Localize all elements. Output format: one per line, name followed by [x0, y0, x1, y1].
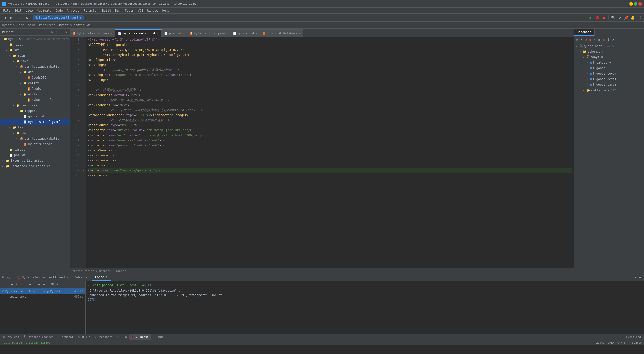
project-tree-item-9[interactable]: CGoods — [0, 86, 70, 92]
refresh-button[interactable]: ↺ — [18, 15, 23, 20]
action-item-terminal[interactable]: > Terminal — [56, 334, 76, 340]
debug-search-icon[interactable]: 🔍 — [51, 282, 55, 286]
project-tree-item-14[interactable]: 📄goods.xml — [0, 114, 70, 119]
test-class-item[interactable]: ✓ MyBatisTestor (com.haoting.Mybati 465m… — [0, 288, 85, 294]
event-log-right[interactable]: Event Log — [624, 334, 643, 340]
tab-database[interactable]: Database — [574, 29, 595, 36]
event-log-item[interactable]: Event Log — [624, 334, 643, 340]
breadcrumb-item-2[interactable]: main — [28, 23, 35, 27]
db-item-7[interactable]: ▾▦t_goods_param — [574, 82, 644, 87]
debug-sort-icon[interactable]: ⇅ — [46, 282, 50, 286]
menu-analyze[interactable]: Analyze — [65, 8, 82, 13]
maximize-button[interactable] — [634, 2, 637, 6]
project-tree-item-21[interactable]: 📄pom.xml — [0, 152, 70, 158]
project-tree-item-18[interactable]: ▾📦com.haoting.Mybatis — [0, 136, 70, 141]
tab-mybatistestor[interactable]: JMyBatisTestor.java× — [70, 29, 115, 37]
code-area[interactable]: <?xml version="1.0" encoding="UTF-8"?><!… — [86, 37, 574, 268]
db-item-3[interactable]: ▾▦t_category — [574, 60, 644, 65]
menu-build[interactable]: Build — [100, 8, 113, 13]
stop-button[interactable]: ■ — [601, 15, 607, 20]
menu-code[interactable]: Code — [54, 8, 65, 13]
project-tree-item-17[interactable]: ▾📁java — [0, 130, 70, 136]
project-tree-item-1[interactable]: ▸📁.idea — [0, 42, 70, 47]
tab-close-gc[interactable]: × — [272, 32, 273, 35]
project-tree-item-22[interactable]: ▸📁External Libraries — [0, 158, 70, 163]
debug-tool-2[interactable]: ⏮ — [10, 282, 14, 286]
gear-icon[interactable]: ⚙ — [50, 30, 54, 34]
db-add-icon[interactable]: + — [579, 38, 583, 42]
debug-tool-9[interactable]: ⊟ — [42, 282, 46, 286]
debug-info2-icon[interactable]: ℹ — [60, 282, 64, 286]
db-stop-icon[interactable]: ■ — [588, 38, 592, 42]
db-refresh-icon[interactable]: ↺ — [575, 38, 579, 42]
db-info-icon[interactable]: ℹ — [607, 38, 611, 42]
action-item-debug[interactable]: 🐞 5: Debug — [129, 334, 151, 340]
menu-refactor[interactable]: Refactor — [82, 8, 100, 13]
debug-tool-8[interactable]: ⊞ — [37, 282, 41, 286]
project-tree-item-15[interactable]: 📄mybatis-config.xml — [0, 119, 70, 125]
action-item-run[interactable]: 4: Run — [115, 334, 129, 340]
project-tree-item-23[interactable]: ▸📁Scratches and Consoles — [0, 163, 70, 169]
project-tree-item-19[interactable]: CMyBatisTestor — [0, 141, 70, 147]
console-tab[interactable]: Console — [92, 274, 111, 281]
db-item-0[interactable]: ▾🔌@localhost1 of 5 — [574, 43, 644, 49]
close-button[interactable] — [638, 2, 642, 6]
project-tree-item-3[interactable]: ▾📁main — [0, 53, 70, 58]
action-item-todo[interactable]: 6: TODO — [151, 334, 166, 340]
status-encoding[interactable]: UTF-8 — [617, 341, 626, 344]
tab-close-goods[interactable]: × — [256, 32, 258, 35]
status-crlf[interactable]: CRLF — [608, 341, 614, 344]
debug-button[interactable]: 🐞 — [594, 15, 600, 20]
menu-run[interactable]: Run — [113, 8, 123, 13]
project-tree-item-12[interactable]: ▾📁resources — [0, 103, 70, 108]
action-item-build[interactable]: 🔨 Build — [75, 334, 92, 340]
debug-tool-1[interactable]: ↺ — [6, 282, 10, 286]
menu-file[interactable]: File — [1, 8, 12, 13]
db-item-1[interactable]: ▾📂schemas1 — [574, 49, 644, 54]
debug-tool-5[interactable]: ↯ — [24, 282, 28, 286]
run-button[interactable]: ▶ — [588, 15, 593, 20]
forward-button[interactable]: ▶ — [9, 15, 14, 20]
debug-run-tab[interactable]: 🐞 MyBatisTestor.testInsert × — [14, 274, 71, 281]
debugger-tab[interactable]: Debugger — [71, 274, 92, 281]
menu-help[interactable]: Help — [160, 8, 172, 13]
run-config-dropdown[interactable]: MyBatisTestor.testInsert ▼ — [33, 15, 84, 20]
tab-gc[interactable]: JGc× — [260, 29, 276, 37]
debug-tool-3[interactable]: ⬇ — [15, 282, 19, 286]
search-everywhere-button[interactable]: 🔍 — [610, 15, 616, 20]
project-tree-item-8[interactable]: ▾📁entity — [0, 80, 70, 86]
project-tree-item-5[interactable]: ▾📦com.haoting.mybatis — [0, 64, 70, 69]
test-method-item[interactable]: ✓ testInsert 465ms — [0, 294, 85, 299]
project-tree-item-11[interactable]: CMybatisUtils — [0, 97, 70, 103]
project-tree-item-4[interactable]: ▾📁java — [0, 58, 70, 64]
tab-close-pom[interactable]: × — [183, 32, 185, 35]
debug-tool-6[interactable]: ≡ — [28, 282, 32, 286]
collapse-icon[interactable]: — — [59, 30, 63, 34]
project-tree-item-6[interactable]: ▾📁dto — [0, 69, 70, 75]
db-item-2[interactable]: ▾🗄babytun — [574, 54, 644, 60]
debug-tab-close[interactable]: × — [67, 276, 68, 279]
db-filter-icon[interactable]: ⊟ — [584, 38, 588, 42]
settings2-button[interactable]: ⚙ — [617, 15, 622, 20]
db-edit-icon[interactable]: ✎ — [593, 38, 597, 42]
project-tree-item-0[interactable]: ▾📁MybatisC:\Users\Admin\Desktop\Mybat... — [0, 36, 70, 42]
action-item-messages[interactable]: 0: Messages — [92, 334, 115, 340]
minimize-button[interactable] — [629, 2, 633, 6]
db-jump-icon[interactable]: ↗ — [611, 38, 615, 42]
project-tree-item-16[interactable]: ▾📁test — [0, 125, 70, 130]
tab-database[interactable]: 🗄Database× — [276, 29, 303, 37]
db-item-6[interactable]: ▾▦t_goods_detail — [574, 76, 644, 82]
settings-button[interactable]: ⚙ — [24, 15, 30, 20]
back-button[interactable]: ◀ — [2, 15, 8, 20]
bottom-settings-icon[interactable]: ⚙ — [633, 275, 637, 279]
project-tree-item-13[interactable]: ▾📁mappers — [0, 108, 70, 114]
tab-goods[interactable]: 📄goods.xml× — [230, 29, 260, 37]
tab-close-mybatisconfig[interactable]: × — [157, 32, 159, 35]
menu-view[interactable]: View — [24, 8, 35, 13]
db-console-icon[interactable]: ▥ — [597, 38, 601, 42]
db-item-4[interactable]: ▾▦t_goods — [574, 65, 644, 71]
action-item-database-changes[interactable]: 🗄 Database Changes — [21, 334, 56, 340]
notification-button[interactable]: 🔔 — [630, 15, 635, 20]
project-tree-item-10[interactable]: ▾📁utils — [0, 92, 70, 97]
db-settings-icon[interactable]: ⚙ — [602, 38, 606, 42]
